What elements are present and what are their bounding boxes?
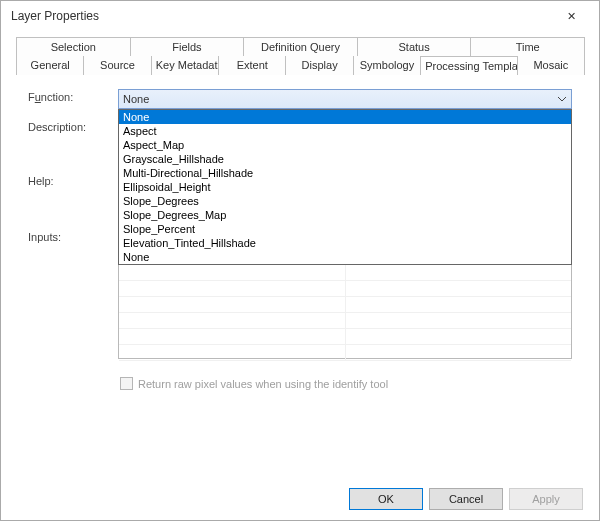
function-label: Function: [28, 89, 118, 103]
function-option[interactable]: None [119, 250, 571, 264]
function-option[interactable]: Slope_Percent [119, 222, 571, 236]
function-option[interactable]: Multi-Directional_Hillshade [119, 166, 571, 180]
chevron-down-icon [557, 92, 567, 108]
tab-selection[interactable]: Selection [16, 37, 131, 56]
function-option[interactable]: Grayscale_Hillshade [119, 152, 571, 166]
tab-display[interactable]: Display [285, 56, 353, 75]
table-row[interactable] [119, 281, 571, 297]
table-row[interactable] [119, 329, 571, 345]
table-row[interactable] [119, 313, 571, 329]
inputs-label: Inputs: [28, 229, 118, 243]
tab-time[interactable]: Time [470, 37, 585, 56]
function-combo[interactable]: None [118, 89, 572, 109]
function-option[interactable]: Ellipsoidal_Height [119, 180, 571, 194]
return-raw-label: Return raw pixel values when using the i… [138, 378, 388, 390]
tab-row-bottom: General Source Key Metadata Extent Displ… [16, 56, 584, 75]
title-bar: Layer Properties ✕ [1, 1, 599, 31]
tab-mosaic[interactable]: Mosaic [517, 56, 585, 75]
function-option[interactable]: Slope_Degrees_Map [119, 208, 571, 222]
table-row[interactable] [119, 297, 571, 313]
cancel-button[interactable]: Cancel [429, 488, 503, 510]
tab-extent[interactable]: Extent [218, 56, 286, 75]
table-row[interactable] [119, 345, 571, 361]
grid-body: ... [119, 249, 571, 361]
tab-row-top: Selection Fields Definition Query Status… [16, 37, 584, 56]
function-option[interactable]: Elevation_Tinted_Hillshade [119, 236, 571, 250]
window-title: Layer Properties [9, 9, 99, 23]
return-raw-checkbox-row[interactable]: Return raw pixel values when using the i… [120, 377, 572, 390]
tab-key-metadata[interactable]: Key Metadata [151, 56, 219, 75]
function-option[interactable]: None [119, 110, 571, 124]
tab-processing-templates[interactable]: Processing Templates [420, 56, 518, 75]
function-combo-value: None [123, 93, 149, 105]
tab-definition-query[interactable]: Definition Query [243, 37, 358, 56]
description-label: Description: [28, 119, 118, 133]
tab-fields[interactable]: Fields [130, 37, 245, 56]
close-button[interactable]: ✕ [551, 2, 591, 30]
dialog-buttons: OK Cancel Apply [349, 488, 583, 510]
checkbox-icon [120, 377, 133, 390]
tab-page: Function: None None Aspect Aspect_Map Gr… [16, 75, 584, 495]
tab-symbology[interactable]: Symbology [353, 56, 421, 75]
tab-general[interactable]: General [16, 56, 84, 75]
close-icon: ✕ [567, 10, 576, 23]
ok-button[interactable]: OK [349, 488, 423, 510]
tab-source[interactable]: Source [83, 56, 151, 75]
function-row: Function: None None Aspect Aspect_Map Gr… [28, 89, 572, 109]
function-option[interactable]: Aspect [119, 124, 571, 138]
function-option[interactable]: Aspect_Map [119, 138, 571, 152]
function-option[interactable]: Slope_Degrees [119, 194, 571, 208]
table-row[interactable] [119, 265, 571, 281]
apply-button: Apply [509, 488, 583, 510]
help-label: Help: [28, 173, 118, 187]
tab-status[interactable]: Status [357, 37, 472, 56]
tab-strip: Selection Fields Definition Query Status… [16, 37, 584, 75]
function-dropdown[interactable]: None Aspect Aspect_Map Grayscale_Hillsha… [118, 109, 572, 265]
